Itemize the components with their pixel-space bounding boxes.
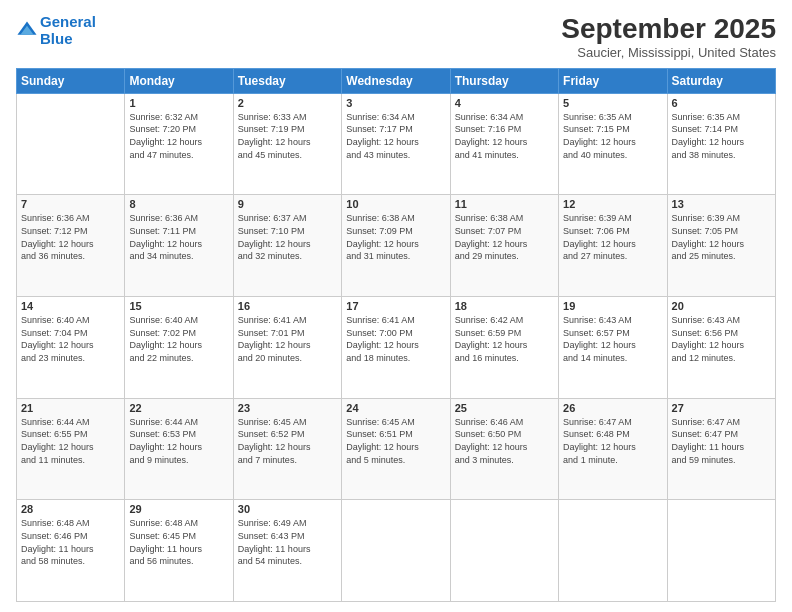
calendar-cell: 7Sunrise: 6:36 AM Sunset: 7:12 PM Daylig… [17,195,125,297]
calendar-cell: 15Sunrise: 6:40 AM Sunset: 7:02 PM Dayli… [125,297,233,399]
day-info: Sunrise: 6:41 AM Sunset: 7:00 PM Dayligh… [346,314,445,364]
calendar-cell [667,500,775,602]
weekday-header-monday: Monday [125,68,233,93]
day-info: Sunrise: 6:35 AM Sunset: 7:14 PM Dayligh… [672,111,771,161]
calendar-cell: 23Sunrise: 6:45 AM Sunset: 6:52 PM Dayli… [233,398,341,500]
calendar-title: September 2025 [561,14,776,45]
calendar-cell: 17Sunrise: 6:41 AM Sunset: 7:00 PM Dayli… [342,297,450,399]
calendar-cell: 25Sunrise: 6:46 AM Sunset: 6:50 PM Dayli… [450,398,558,500]
day-number: 16 [238,300,337,312]
calendar-cell: 8Sunrise: 6:36 AM Sunset: 7:11 PM Daylig… [125,195,233,297]
day-number: 10 [346,198,445,210]
calendar-cell [559,500,667,602]
calendar-cell: 27Sunrise: 6:47 AM Sunset: 6:47 PM Dayli… [667,398,775,500]
day-number: 5 [563,97,662,109]
calendar-cell: 30Sunrise: 6:49 AM Sunset: 6:43 PM Dayli… [233,500,341,602]
day-number: 2 [238,97,337,109]
calendar-cell: 21Sunrise: 6:44 AM Sunset: 6:55 PM Dayli… [17,398,125,500]
day-info: Sunrise: 6:35 AM Sunset: 7:15 PM Dayligh… [563,111,662,161]
day-number: 8 [129,198,228,210]
calendar-cell: 9Sunrise: 6:37 AM Sunset: 7:10 PM Daylig… [233,195,341,297]
day-number: 30 [238,503,337,515]
day-info: Sunrise: 6:48 AM Sunset: 6:46 PM Dayligh… [21,517,120,567]
day-info: Sunrise: 6:47 AM Sunset: 6:48 PM Dayligh… [563,416,662,466]
day-number: 22 [129,402,228,414]
day-info: Sunrise: 6:34 AM Sunset: 7:16 PM Dayligh… [455,111,554,161]
calendar-cell: 10Sunrise: 6:38 AM Sunset: 7:09 PM Dayli… [342,195,450,297]
calendar-cell: 19Sunrise: 6:43 AM Sunset: 6:57 PM Dayli… [559,297,667,399]
calendar-cell: 26Sunrise: 6:47 AM Sunset: 6:48 PM Dayli… [559,398,667,500]
weekday-header-sunday: Sunday [17,68,125,93]
day-info: Sunrise: 6:40 AM Sunset: 7:04 PM Dayligh… [21,314,120,364]
logo-icon [16,20,38,42]
day-info: Sunrise: 6:49 AM Sunset: 6:43 PM Dayligh… [238,517,337,567]
logo-text: General Blue [40,14,96,47]
day-number: 12 [563,198,662,210]
calendar-week-row: 28Sunrise: 6:48 AM Sunset: 6:46 PM Dayli… [17,500,776,602]
day-info: Sunrise: 6:32 AM Sunset: 7:20 PM Dayligh… [129,111,228,161]
day-number: 20 [672,300,771,312]
calendar-cell: 24Sunrise: 6:45 AM Sunset: 6:51 PM Dayli… [342,398,450,500]
day-number: 11 [455,198,554,210]
calendar-cell: 14Sunrise: 6:40 AM Sunset: 7:04 PM Dayli… [17,297,125,399]
calendar-cell: 12Sunrise: 6:39 AM Sunset: 7:06 PM Dayli… [559,195,667,297]
day-info: Sunrise: 6:44 AM Sunset: 6:53 PM Dayligh… [129,416,228,466]
day-number: 29 [129,503,228,515]
logo: General Blue [16,14,96,47]
logo-line2: Blue [40,30,73,47]
day-number: 18 [455,300,554,312]
day-info: Sunrise: 6:43 AM Sunset: 6:56 PM Dayligh… [672,314,771,364]
calendar-cell: 28Sunrise: 6:48 AM Sunset: 6:46 PM Dayli… [17,500,125,602]
day-number: 28 [21,503,120,515]
calendar-cell: 18Sunrise: 6:42 AM Sunset: 6:59 PM Dayli… [450,297,558,399]
day-number: 9 [238,198,337,210]
calendar-cell: 3Sunrise: 6:34 AM Sunset: 7:17 PM Daylig… [342,93,450,195]
calendar-week-row: 1Sunrise: 6:32 AM Sunset: 7:20 PM Daylig… [17,93,776,195]
day-info: Sunrise: 6:39 AM Sunset: 7:06 PM Dayligh… [563,212,662,262]
day-info: Sunrise: 6:36 AM Sunset: 7:12 PM Dayligh… [21,212,120,262]
day-info: Sunrise: 6:45 AM Sunset: 6:51 PM Dayligh… [346,416,445,466]
calendar-cell: 1Sunrise: 6:32 AM Sunset: 7:20 PM Daylig… [125,93,233,195]
day-number: 7 [21,198,120,210]
day-info: Sunrise: 6:44 AM Sunset: 6:55 PM Dayligh… [21,416,120,466]
calendar-table: SundayMondayTuesdayWednesdayThursdayFrid… [16,68,776,602]
weekday-header-wednesday: Wednesday [342,68,450,93]
day-number: 17 [346,300,445,312]
day-number: 25 [455,402,554,414]
calendar-week-row: 14Sunrise: 6:40 AM Sunset: 7:04 PM Dayli… [17,297,776,399]
calendar-cell [17,93,125,195]
calendar-cell [342,500,450,602]
day-info: Sunrise: 6:37 AM Sunset: 7:10 PM Dayligh… [238,212,337,262]
header: General Blue September 2025 Saucier, Mis… [16,14,776,60]
calendar-cell: 5Sunrise: 6:35 AM Sunset: 7:15 PM Daylig… [559,93,667,195]
weekday-header-thursday: Thursday [450,68,558,93]
calendar-cell: 11Sunrise: 6:38 AM Sunset: 7:07 PM Dayli… [450,195,558,297]
day-number: 27 [672,402,771,414]
day-info: Sunrise: 6:38 AM Sunset: 7:09 PM Dayligh… [346,212,445,262]
day-number: 4 [455,97,554,109]
weekday-header-row: SundayMondayTuesdayWednesdayThursdayFrid… [17,68,776,93]
day-number: 26 [563,402,662,414]
day-info: Sunrise: 6:45 AM Sunset: 6:52 PM Dayligh… [238,416,337,466]
weekday-header-friday: Friday [559,68,667,93]
day-info: Sunrise: 6:47 AM Sunset: 6:47 PM Dayligh… [672,416,771,466]
day-info: Sunrise: 6:38 AM Sunset: 7:07 PM Dayligh… [455,212,554,262]
day-info: Sunrise: 6:39 AM Sunset: 7:05 PM Dayligh… [672,212,771,262]
day-number: 15 [129,300,228,312]
day-number: 1 [129,97,228,109]
calendar-cell: 13Sunrise: 6:39 AM Sunset: 7:05 PM Dayli… [667,195,775,297]
calendar-week-row: 7Sunrise: 6:36 AM Sunset: 7:12 PM Daylig… [17,195,776,297]
page: General Blue September 2025 Saucier, Mis… [0,0,792,612]
day-info: Sunrise: 6:46 AM Sunset: 6:50 PM Dayligh… [455,416,554,466]
title-block: September 2025 Saucier, Mississippi, Uni… [561,14,776,60]
day-number: 13 [672,198,771,210]
calendar-cell: 2Sunrise: 6:33 AM Sunset: 7:19 PM Daylig… [233,93,341,195]
calendar-cell [450,500,558,602]
calendar-week-row: 21Sunrise: 6:44 AM Sunset: 6:55 PM Dayli… [17,398,776,500]
calendar-cell: 4Sunrise: 6:34 AM Sunset: 7:16 PM Daylig… [450,93,558,195]
day-info: Sunrise: 6:33 AM Sunset: 7:19 PM Dayligh… [238,111,337,161]
day-info: Sunrise: 6:40 AM Sunset: 7:02 PM Dayligh… [129,314,228,364]
day-info: Sunrise: 6:43 AM Sunset: 6:57 PM Dayligh… [563,314,662,364]
calendar-subtitle: Saucier, Mississippi, United States [561,45,776,60]
day-info: Sunrise: 6:48 AM Sunset: 6:45 PM Dayligh… [129,517,228,567]
